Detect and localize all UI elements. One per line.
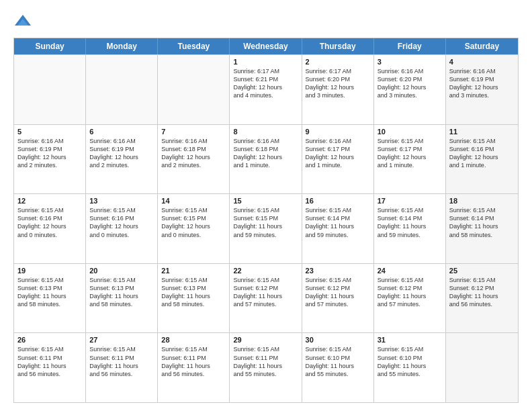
calendar-cell: 6Sunrise: 6:16 AM Sunset: 6:19 PM Daylig… [86, 125, 158, 194]
day-info: Sunrise: 6:15 AM Sunset: 6:12 PM Dayligh… [306, 276, 370, 309]
day-info: Sunrise: 6:15 AM Sunset: 6:11 PM Dayligh… [17, 345, 82, 378]
calendar-cell: 17Sunrise: 6:15 AM Sunset: 6:14 PM Dayli… [374, 194, 446, 263]
day-number: 11 [449, 128, 515, 136]
day-info: Sunrise: 6:16 AM Sunset: 6:18 PM Dayligh… [161, 137, 226, 170]
calendar-cell [14, 55, 86, 124]
day-info: Sunrise: 6:15 AM Sunset: 6:14 PM Dayligh… [378, 206, 442, 239]
calendar-header-cell: Friday [374, 38, 446, 54]
calendar-cell: 22Sunrise: 6:15 AM Sunset: 6:12 PM Dayli… [230, 264, 302, 333]
day-number: 23 [306, 267, 370, 275]
header [13, 12, 519, 31]
day-info: Sunrise: 6:16 AM Sunset: 6:20 PM Dayligh… [378, 67, 442, 100]
calendar-cell [86, 55, 158, 124]
day-info: Sunrise: 6:15 AM Sunset: 6:11 PM Dayligh… [161, 345, 226, 378]
day-number: 9 [306, 128, 370, 136]
calendar-cell: 18Sunrise: 6:15 AM Sunset: 6:14 PM Dayli… [446, 194, 518, 263]
calendar-row: 12Sunrise: 6:15 AM Sunset: 6:16 PM Dayli… [14, 193, 518, 263]
day-number: 20 [89, 267, 154, 275]
day-info: Sunrise: 6:15 AM Sunset: 6:10 PM Dayligh… [378, 345, 442, 378]
day-number: 5 [17, 128, 82, 136]
calendar-row: 5Sunrise: 6:16 AM Sunset: 6:19 PM Daylig… [14, 124, 518, 194]
calendar-header: SundayMondayTuesdayWednesdayThursdayFrid… [14, 38, 518, 54]
calendar-header-cell: Tuesday [158, 38, 230, 54]
logo-icon [13, 12, 32, 31]
day-number: 18 [449, 197, 515, 205]
day-number: 12 [17, 197, 82, 205]
day-number: 10 [378, 128, 442, 136]
calendar-cell: 29Sunrise: 6:15 AM Sunset: 6:11 PM Dayli… [230, 333, 302, 402]
day-number: 28 [161, 336, 226, 344]
day-number: 14 [161, 197, 226, 205]
calendar-cell: 24Sunrise: 6:15 AM Sunset: 6:12 PM Dayli… [374, 264, 446, 333]
calendar-cell: 10Sunrise: 6:15 AM Sunset: 6:17 PM Dayli… [374, 125, 446, 194]
day-info: Sunrise: 6:15 AM Sunset: 6:12 PM Dayligh… [233, 276, 298, 309]
day-number: 13 [89, 197, 154, 205]
day-number: 15 [233, 197, 298, 205]
calendar-cell: 4Sunrise: 6:16 AM Sunset: 6:19 PM Daylig… [446, 55, 518, 124]
day-number: 27 [89, 336, 154, 344]
day-info: Sunrise: 6:17 AM Sunset: 6:20 PM Dayligh… [306, 67, 370, 100]
day-info: Sunrise: 6:15 AM Sunset: 6:13 PM Dayligh… [89, 276, 154, 309]
calendar-cell: 23Sunrise: 6:15 AM Sunset: 6:12 PM Dayli… [302, 264, 374, 333]
day-info: Sunrise: 6:15 AM Sunset: 6:12 PM Dayligh… [449, 276, 515, 309]
calendar-cell: 19Sunrise: 6:15 AM Sunset: 6:13 PM Dayli… [14, 264, 86, 333]
day-number: 22 [233, 267, 298, 275]
day-number: 17 [378, 197, 442, 205]
day-number: 29 [233, 336, 298, 344]
calendar-cell: 31Sunrise: 6:15 AM Sunset: 6:10 PM Dayli… [374, 333, 446, 402]
calendar-cell [158, 55, 230, 124]
day-info: Sunrise: 6:16 AM Sunset: 6:18 PM Dayligh… [233, 137, 298, 170]
calendar-cell: 2Sunrise: 6:17 AM Sunset: 6:20 PM Daylig… [302, 55, 374, 124]
day-info: Sunrise: 6:15 AM Sunset: 6:14 PM Dayligh… [449, 206, 515, 239]
day-info: Sunrise: 6:16 AM Sunset: 6:19 PM Dayligh… [89, 137, 154, 170]
calendar-row: 19Sunrise: 6:15 AM Sunset: 6:13 PM Dayli… [14, 263, 518, 333]
calendar-cell: 3Sunrise: 6:16 AM Sunset: 6:20 PM Daylig… [374, 55, 446, 124]
day-number: 24 [378, 267, 442, 275]
day-info: Sunrise: 6:15 AM Sunset: 6:15 PM Dayligh… [233, 206, 298, 239]
day-info: Sunrise: 6:16 AM Sunset: 6:19 PM Dayligh… [17, 137, 82, 170]
calendar-header-cell: Wednesday [230, 38, 302, 54]
calendar-cell: 5Sunrise: 6:16 AM Sunset: 6:19 PM Daylig… [14, 125, 86, 194]
calendar-cell: 7Sunrise: 6:16 AM Sunset: 6:18 PM Daylig… [158, 125, 230, 194]
calendar-cell: 30Sunrise: 6:15 AM Sunset: 6:10 PM Dayli… [302, 333, 374, 402]
calendar-cell: 25Sunrise: 6:15 AM Sunset: 6:12 PM Dayli… [446, 264, 518, 333]
calendar-header-cell: Sunday [14, 38, 86, 54]
day-info: Sunrise: 6:15 AM Sunset: 6:13 PM Dayligh… [17, 276, 82, 309]
calendar-cell: 14Sunrise: 6:15 AM Sunset: 6:15 PM Dayli… [158, 194, 230, 263]
day-number: 19 [17, 267, 82, 275]
calendar-cell: 27Sunrise: 6:15 AM Sunset: 6:11 PM Dayli… [86, 333, 158, 402]
calendar: SundayMondayTuesdayWednesdayThursdayFrid… [13, 38, 519, 403]
calendar-cell: 9Sunrise: 6:16 AM Sunset: 6:17 PM Daylig… [302, 125, 374, 194]
day-info: Sunrise: 6:15 AM Sunset: 6:11 PM Dayligh… [89, 345, 154, 378]
page: SundayMondayTuesdayWednesdayThursdayFrid… [0, 0, 532, 411]
calendar-header-cell: Thursday [302, 38, 374, 54]
day-number: 6 [89, 128, 154, 136]
calendar-header-cell: Monday [86, 38, 158, 54]
day-info: Sunrise: 6:15 AM Sunset: 6:11 PM Dayligh… [233, 345, 298, 378]
calendar-cell: 13Sunrise: 6:15 AM Sunset: 6:16 PM Dayli… [86, 194, 158, 263]
calendar-cell [446, 333, 518, 402]
day-info: Sunrise: 6:15 AM Sunset: 6:12 PM Dayligh… [378, 276, 442, 309]
day-number: 1 [233, 58, 298, 66]
day-number: 26 [17, 336, 82, 344]
calendar-cell: 28Sunrise: 6:15 AM Sunset: 6:11 PM Dayli… [158, 333, 230, 402]
day-number: 8 [233, 128, 298, 136]
day-number: 4 [449, 58, 515, 66]
day-info: Sunrise: 6:15 AM Sunset: 6:16 PM Dayligh… [17, 206, 82, 239]
day-number: 7 [161, 128, 226, 136]
day-info: Sunrise: 6:15 AM Sunset: 6:13 PM Dayligh… [161, 276, 226, 309]
day-number: 3 [378, 58, 442, 66]
day-info: Sunrise: 6:15 AM Sunset: 6:15 PM Dayligh… [161, 206, 226, 239]
calendar-cell: 11Sunrise: 6:15 AM Sunset: 6:16 PM Dayli… [446, 125, 518, 194]
calendar-body: 1Sunrise: 6:17 AM Sunset: 6:21 PM Daylig… [14, 54, 518, 402]
logo [13, 12, 35, 31]
day-number: 30 [306, 336, 370, 344]
day-number: 2 [306, 58, 370, 66]
calendar-row: 26Sunrise: 6:15 AM Sunset: 6:11 PM Dayli… [14, 332, 518, 402]
calendar-row: 1Sunrise: 6:17 AM Sunset: 6:21 PM Daylig… [14, 54, 518, 124]
day-number: 25 [449, 267, 515, 275]
calendar-header-cell: Saturday [446, 38, 518, 54]
calendar-cell: 26Sunrise: 6:15 AM Sunset: 6:11 PM Dayli… [14, 333, 86, 402]
day-number: 31 [378, 336, 442, 344]
day-info: Sunrise: 6:15 AM Sunset: 6:16 PM Dayligh… [449, 137, 515, 170]
